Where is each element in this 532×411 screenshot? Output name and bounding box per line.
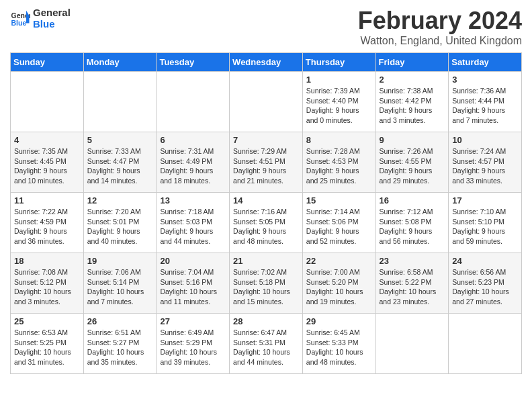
calendar-cell: 19Sunrise: 7:06 AM Sunset: 5:14 PM Dayli… [83,253,157,314]
day-number: 11 [14,195,80,205]
calendar-cell: 6Sunrise: 7:31 AM Sunset: 4:49 PM Daylig… [157,132,230,193]
day-info: Sunrise: 7:35 AM Sunset: 4:45 PM Dayligh… [14,146,80,186]
header-monday: Monday [83,53,157,72]
calendar-cell: 13Sunrise: 7:18 AM Sunset: 5:03 PM Dayli… [157,193,230,253]
calendar-cell: 27Sunrise: 6:49 AM Sunset: 5:29 PM Dayli… [157,314,230,374]
day-info: Sunrise: 7:39 AM Sunset: 4:40 PM Dayligh… [306,86,372,126]
day-info: Sunrise: 7:36 AM Sunset: 4:44 PM Dayligh… [452,86,518,126]
calendar-cell: 18Sunrise: 7:08 AM Sunset: 5:12 PM Dayli… [11,253,84,314]
day-number: 4 [14,135,80,145]
day-number: 17 [452,195,518,205]
page-header: General Blue General Blue February 2024 … [10,7,522,47]
week-row: 18Sunrise: 7:08 AM Sunset: 5:12 PM Dayli… [11,253,522,314]
location: Watton, England, United Kingdom [358,35,522,47]
day-info: Sunrise: 7:24 AM Sunset: 4:57 PM Dayligh… [452,146,518,186]
day-number: 10 [452,135,518,145]
calendar-cell: 11Sunrise: 7:22 AM Sunset: 4:59 PM Dayli… [11,193,84,253]
day-info: Sunrise: 7:10 AM Sunset: 5:10 PM Dayligh… [452,207,518,246]
day-info: Sunrise: 6:45 AM Sunset: 5:33 PM Dayligh… [306,328,372,367]
calendar-cell: 23Sunrise: 6:58 AM Sunset: 5:22 PM Dayli… [375,253,449,314]
day-number: 8 [306,135,372,145]
header-saturday: Saturday [449,53,522,72]
day-info: Sunrise: 6:56 AM Sunset: 5:23 PM Dayligh… [452,267,518,307]
calendar-cell [11,72,84,132]
calendar-cell: 14Sunrise: 7:16 AM Sunset: 5:05 PM Dayli… [230,193,303,253]
day-info: Sunrise: 7:31 AM Sunset: 4:49 PM Dayligh… [160,146,226,186]
day-info: Sunrise: 6:53 AM Sunset: 5:25 PM Dayligh… [14,328,80,367]
calendar-cell: 25Sunrise: 6:53 AM Sunset: 5:25 PM Dayli… [11,314,84,374]
day-info: Sunrise: 7:20 AM Sunset: 5:01 PM Dayligh… [87,207,153,246]
header-wednesday: Wednesday [230,53,303,72]
day-number: 9 [380,135,445,145]
calendar-cell: 12Sunrise: 7:20 AM Sunset: 5:01 PM Dayli… [83,193,157,253]
day-number: 6 [160,135,226,145]
day-number: 28 [233,316,299,326]
day-info: Sunrise: 6:51 AM Sunset: 5:27 PM Dayligh… [87,328,153,367]
calendar-cell [375,314,449,374]
week-row: 1Sunrise: 7:39 AM Sunset: 4:40 PM Daylig… [11,72,522,132]
calendar-cell [157,72,230,132]
week-row: 25Sunrise: 6:53 AM Sunset: 5:25 PM Dayli… [11,314,522,374]
week-row: 11Sunrise: 7:22 AM Sunset: 4:59 PM Dayli… [11,193,522,253]
svg-text:Blue: Blue [11,19,27,27]
calendar-cell: 9Sunrise: 7:26 AM Sunset: 4:55 PM Daylig… [375,132,449,193]
day-number: 25 [14,316,80,326]
day-number: 18 [14,256,80,266]
calendar-cell: 1Sunrise: 7:39 AM Sunset: 4:40 PM Daylig… [302,72,375,132]
day-info: Sunrise: 7:08 AM Sunset: 5:12 PM Dayligh… [14,267,80,307]
day-number: 23 [380,256,445,266]
day-number: 13 [160,195,226,205]
day-number: 22 [306,256,372,266]
calendar-cell: 29Sunrise: 6:45 AM Sunset: 5:33 PM Dayli… [302,314,375,374]
calendar-cell [230,72,303,132]
day-number: 21 [233,256,299,266]
day-number: 19 [87,256,153,266]
day-info: Sunrise: 7:33 AM Sunset: 4:47 PM Dayligh… [87,146,153,186]
day-info: Sunrise: 7:22 AM Sunset: 4:59 PM Dayligh… [14,207,80,246]
day-info: Sunrise: 7:14 AM Sunset: 5:06 PM Dayligh… [306,207,372,246]
calendar-cell: 21Sunrise: 7:02 AM Sunset: 5:18 PM Dayli… [230,253,303,314]
day-info: Sunrise: 7:04 AM Sunset: 5:16 PM Dayligh… [160,267,226,307]
calendar-cell: 17Sunrise: 7:10 AM Sunset: 5:10 PM Dayli… [449,193,522,253]
calendar-cell: 4Sunrise: 7:35 AM Sunset: 4:45 PM Daylig… [11,132,84,193]
day-info: Sunrise: 6:47 AM Sunset: 5:31 PM Dayligh… [233,328,299,367]
week-row: 4Sunrise: 7:35 AM Sunset: 4:45 PM Daylig… [11,132,522,193]
day-number: 12 [87,195,153,205]
day-number: 5 [87,135,153,145]
calendar-cell: 15Sunrise: 7:14 AM Sunset: 5:06 PM Dayli… [302,193,375,253]
logo-blue: Blue [33,18,71,30]
calendar-cell: 28Sunrise: 6:47 AM Sunset: 5:31 PM Dayli… [230,314,303,374]
calendar-cell: 26Sunrise: 6:51 AM Sunset: 5:27 PM Dayli… [83,314,157,374]
day-info: Sunrise: 6:49 AM Sunset: 5:29 PM Dayligh… [160,328,226,367]
day-number: 14 [233,195,299,205]
calendar-cell [83,72,157,132]
calendar-cell: 16Sunrise: 7:12 AM Sunset: 5:08 PM Dayli… [375,193,449,253]
calendar-cell: 2Sunrise: 7:38 AM Sunset: 4:42 PM Daylig… [375,72,449,132]
title-block: February 2024 Watton, England, United Ki… [358,7,522,47]
day-info: Sunrise: 7:29 AM Sunset: 4:51 PM Dayligh… [233,146,299,186]
day-number: 7 [233,135,299,145]
day-info: Sunrise: 7:28 AM Sunset: 4:53 PM Dayligh… [306,146,372,186]
calendar-cell: 5Sunrise: 7:33 AM Sunset: 4:47 PM Daylig… [83,132,157,193]
day-info: Sunrise: 7:12 AM Sunset: 5:08 PM Dayligh… [380,207,445,246]
calendar-cell: 8Sunrise: 7:28 AM Sunset: 4:53 PM Daylig… [302,132,375,193]
calendar-cell: 24Sunrise: 6:56 AM Sunset: 5:23 PM Dayli… [449,253,522,314]
logo-icon: General Blue [10,8,30,28]
header-sunday: Sunday [11,53,84,72]
day-info: Sunrise: 7:02 AM Sunset: 5:18 PM Dayligh… [233,267,299,307]
day-info: Sunrise: 7:06 AM Sunset: 5:14 PM Dayligh… [87,267,153,307]
calendar-cell: 22Sunrise: 7:00 AM Sunset: 5:20 PM Dayli… [302,253,375,314]
calendar-table: SundayMondayTuesdayWednesdayThursdayFrid… [10,52,522,374]
day-info: Sunrise: 7:38 AM Sunset: 4:42 PM Dayligh… [380,86,445,126]
day-info: Sunrise: 6:58 AM Sunset: 5:22 PM Dayligh… [380,267,445,307]
calendar-cell: 7Sunrise: 7:29 AM Sunset: 4:51 PM Daylig… [230,132,303,193]
calendar-cell: 10Sunrise: 7:24 AM Sunset: 4:57 PM Dayli… [449,132,522,193]
calendar-cell [449,314,522,374]
day-number: 16 [380,195,445,205]
day-number: 15 [306,195,372,205]
day-number: 3 [452,75,518,85]
calendar-cell: 20Sunrise: 7:04 AM Sunset: 5:16 PM Dayli… [157,253,230,314]
month-title: February 2024 [358,7,522,35]
day-info: Sunrise: 7:16 AM Sunset: 5:05 PM Dayligh… [233,207,299,246]
day-headers: SundayMondayTuesdayWednesdayThursdayFrid… [11,53,522,72]
